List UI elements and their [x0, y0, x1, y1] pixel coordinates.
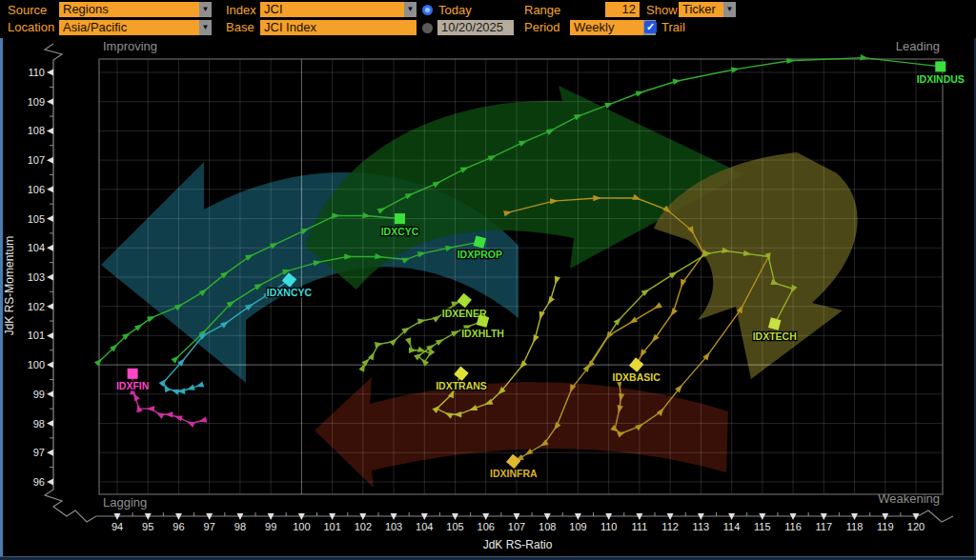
y-tick: [47, 303, 53, 310]
period-label: Period: [524, 20, 560, 34]
base-input[interactable]: JCI Index: [260, 20, 417, 35]
IDXINDUS-trail-arrow: [860, 54, 868, 61]
x-tick-label: 94: [112, 521, 123, 532]
y-tick: [47, 128, 53, 134]
quadrant-label-top-right: Leading: [896, 39, 940, 53]
x-axis-title: JdK RS-Ratio: [483, 538, 553, 551]
y-tick: [47, 98, 53, 105]
show-label: Show: [646, 3, 678, 17]
IDXHLTH-trail-arrow: [405, 337, 414, 347]
x-tick-label: 106: [478, 521, 495, 532]
chevron-down-icon[interactable]: ▼: [199, 2, 212, 17]
y-tick: [47, 390, 53, 397]
x-tick-label: 104: [416, 521, 433, 532]
IDXFIN-trail-arrow: [134, 404, 142, 413]
y-tick-label: 106: [28, 184, 45, 195]
y-axis-title: JdK RS-Momentum: [3, 236, 16, 336]
IDXFIN-trail-arrow: [154, 410, 165, 419]
label-IDXTRANS: IDXTRANS: [436, 380, 487, 391]
endpoint-IDXTRANS[interactable]: [454, 367, 468, 381]
x-tick-label: 108: [539, 521, 556, 532]
y-tick: [47, 332, 53, 339]
x-tick-label: 119: [877, 521, 894, 532]
x-tick-label: 105: [446, 521, 463, 532]
base-label: Base: [226, 20, 254, 34]
IDXHLTH-trail-arrow: [414, 350, 424, 360]
y-tick: [47, 70, 53, 76]
index-dropdown[interactable]: JCI ▼: [260, 2, 417, 17]
IDXINDUS-trail-arrow: [786, 57, 795, 64]
x-tick-label: 111: [632, 521, 648, 532]
x-tick-label: 116: [784, 521, 802, 532]
period-dropdown[interactable]: Weekly ▼: [570, 20, 656, 35]
endpoint-IDXFIN[interactable]: [128, 369, 138, 379]
x-tick-label: 101: [323, 521, 340, 532]
trail-label[interactable]: Trail: [661, 20, 685, 34]
x-tick-label: 95: [142, 521, 153, 532]
y-tick: [47, 157, 53, 164]
leading-arrow: [305, 86, 743, 290]
label-IDXINDUS: IDXINDUS: [917, 73, 965, 85]
x-tick-label: 113: [693, 521, 710, 532]
x-tick-label: 102: [355, 521, 372, 532]
show-value: Ticker: [682, 2, 716, 16]
chevron-down-icon[interactable]: ▼: [723, 2, 736, 17]
x-tick-label: 112: [661, 521, 679, 532]
index-value: JCI: [264, 2, 283, 16]
x-tick-label: 103: [385, 521, 402, 532]
date-radio[interactable]: [422, 23, 433, 33]
endpoint-IDXINFRA[interactable]: [506, 454, 520, 469]
location-dropdown[interactable]: Asia/Pacific ▼: [59, 20, 212, 35]
source-label: Source: [8, 3, 47, 17]
y-tick-label: 104: [28, 242, 45, 253]
today-radio[interactable]: [422, 5, 433, 15]
chevron-down-icon[interactable]: ▼: [199, 20, 212, 35]
IDXINDUS-trail-arrow: [636, 89, 645, 97]
endpoint-IDXCYC[interactable]: [395, 213, 405, 224]
IDXFIN-trail-arrow: [146, 406, 154, 411]
IDXINFRA-trail-arrow: [628, 316, 639, 326]
y-tick: [47, 450, 53, 456]
label-IDXFIN: IDXFIN: [116, 380, 149, 391]
IDXTRANS-trail-arrow: [537, 311, 544, 321]
label-IDXCYC: IDXCYC: [381, 226, 419, 237]
today-label[interactable]: Today: [438, 3, 472, 17]
source-dropdown[interactable]: Regions ▼: [59, 2, 212, 17]
date-input[interactable]: 10/20/2025: [437, 20, 514, 35]
label-IDXPROP: IDXPROP: [458, 249, 502, 260]
y-tick-label: 110: [28, 67, 45, 78]
range-input[interactable]: 12: [605, 2, 640, 17]
trail-checkbox[interactable]: ✓: [644, 21, 657, 33]
y-tick: [47, 362, 53, 369]
rrg-chart-area: ImprovingLeadingLaggingWeakening96979899…: [0, 38, 976, 560]
y-tick: [47, 245, 53, 251]
show-dropdown[interactable]: Ticker ▼: [679, 2, 736, 17]
location-label: Location: [8, 20, 54, 34]
x-tick-label: 109: [569, 521, 586, 532]
label-IDXBASIC: IDXBASIC: [613, 371, 661, 383]
y-tick-label: 108: [28, 125, 45, 136]
y-tick-label: 103: [28, 271, 45, 283]
IDXFIN-trail-arrow: [165, 411, 173, 417]
y-tick-label: 105: [28, 213, 45, 225]
x-tick-label: 117: [816, 521, 833, 532]
y-tick-label: 101: [28, 330, 45, 341]
IDXFIN-trail-arrow: [173, 413, 183, 422]
IDXBASIC-trail-arrow: [668, 308, 678, 318]
x-tick-label: 99: [265, 521, 276, 532]
x-tick-label: 110: [600, 521, 618, 532]
quadrant-label-bottom-left: Lagging: [103, 495, 147, 510]
IDXNCYC-trail-arrow: [194, 381, 204, 390]
label-IDXHLTH: IDXHLTH: [461, 328, 504, 339]
y-tick-label: 97: [33, 447, 45, 458]
toolbar: Source Regions ▼ Index JCI ▼ Today Range…: [0, 0, 976, 38]
IDXNCYC-trail-arrow: [186, 385, 195, 393]
endpoint-IDXINDUS[interactable]: [935, 61, 946, 71]
y-tick: [47, 420, 53, 427]
quadrant-label-bottom-right: Weakening: [878, 491, 940, 506]
chevron-down-icon[interactable]: ▼: [404, 2, 417, 17]
y-tick-label: 99: [33, 389, 45, 400]
endpoint-IDXENER[interactable]: [457, 293, 471, 308]
endpoint-IDXBASIC[interactable]: [629, 357, 643, 371]
rrg-chart[interactable]: ImprovingLeadingLaggingWeakening96979899…: [0, 38, 976, 560]
